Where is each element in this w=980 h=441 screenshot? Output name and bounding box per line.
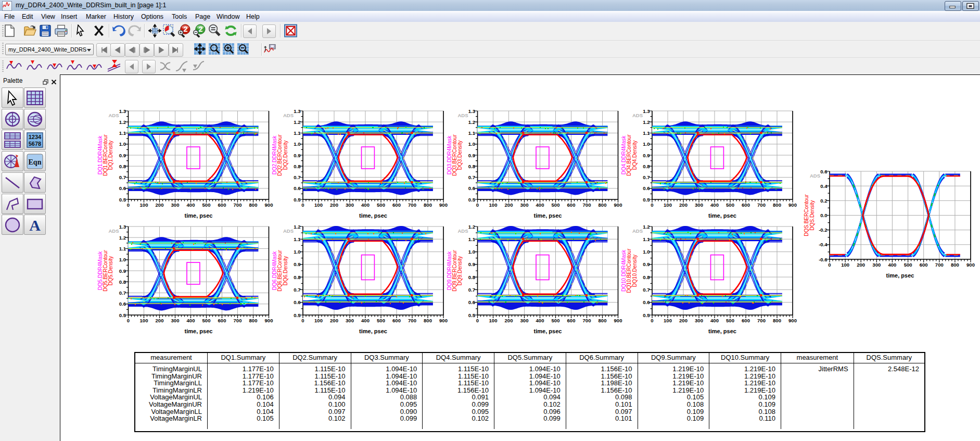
svg-text:900: 900 bbox=[265, 202, 273, 208]
svg-text:700: 700 bbox=[935, 262, 944, 268]
svg-text:ADS: ADS bbox=[109, 112, 119, 118]
svg-text:DQ1.Density: DQ1.Density bbox=[108, 141, 113, 170]
svg-text:500: 500 bbox=[377, 202, 385, 208]
svg-text:0: 0 bbox=[127, 202, 130, 208]
svg-text:100: 100 bbox=[314, 202, 323, 208]
svg-text:300: 300 bbox=[520, 202, 529, 208]
svg-text:300: 300 bbox=[695, 202, 703, 208]
svg-text:0.6: 0.6 bbox=[468, 185, 475, 191]
svg-text:-0.4: -0.4 bbox=[819, 242, 828, 247]
svg-text:0.5: 0.5 bbox=[643, 197, 650, 203]
svg-text:600: 600 bbox=[742, 318, 750, 323]
svg-text:500: 500 bbox=[726, 318, 734, 323]
svg-text:0.8: 0.8 bbox=[643, 163, 650, 169]
svg-text:ADS: ADS bbox=[632, 228, 643, 234]
svg-text:0.9: 0.9 bbox=[643, 153, 650, 158]
svg-text:800: 800 bbox=[599, 202, 607, 208]
svg-text:1.0: 1.0 bbox=[643, 249, 650, 255]
svg-text:1.1: 1.1 bbox=[294, 130, 301, 136]
svg-text:0.0: 0.0 bbox=[820, 212, 827, 218]
svg-text:0.6: 0.6 bbox=[119, 301, 126, 307]
svg-text:400: 400 bbox=[187, 318, 195, 323]
svg-text:1.0: 1.0 bbox=[468, 141, 475, 147]
svg-text:0.6: 0.6 bbox=[294, 299, 300, 305]
svg-text:0.8: 0.8 bbox=[643, 274, 650, 280]
svg-text:1.1: 1.1 bbox=[294, 236, 301, 242]
svg-text:800: 800 bbox=[249, 202, 258, 208]
svg-text:0.4: 0.4 bbox=[820, 183, 828, 189]
svg-text:1.1: 1.1 bbox=[643, 130, 650, 136]
svg-text:600: 600 bbox=[567, 202, 576, 208]
svg-text:1.0: 1.0 bbox=[468, 249, 475, 255]
svg-text:400: 400 bbox=[187, 202, 195, 208]
svg-text:0: 0 bbox=[651, 318, 653, 323]
svg-text:100: 100 bbox=[489, 318, 498, 323]
svg-text:0.7: 0.7 bbox=[468, 174, 475, 180]
svg-text:0.8: 0.8 bbox=[119, 163, 126, 169]
svg-text:ADS: ADS bbox=[810, 173, 820, 179]
svg-text:DQ4.Density: DQ4.Density bbox=[632, 141, 638, 170]
svg-text:600: 600 bbox=[742, 202, 750, 208]
svg-text:500: 500 bbox=[552, 318, 560, 323]
svg-text:1.0: 1.0 bbox=[119, 257, 126, 262]
svg-text:1.1: 1.1 bbox=[119, 246, 126, 251]
svg-text:0.5: 0.5 bbox=[294, 197, 301, 203]
svg-text:time, psec: time, psec bbox=[534, 328, 562, 334]
svg-text:700: 700 bbox=[757, 318, 766, 323]
svg-text:300: 300 bbox=[520, 318, 529, 323]
svg-text:DQ9.Density: DQ9.Density bbox=[457, 256, 463, 286]
svg-text:500: 500 bbox=[377, 318, 385, 323]
svg-text:1.2: 1.2 bbox=[643, 224, 650, 230]
svg-text:0.7: 0.7 bbox=[643, 287, 650, 293]
svg-text:700: 700 bbox=[583, 318, 591, 323]
svg-text:0.7: 0.7 bbox=[119, 290, 126, 296]
svg-text:400: 400 bbox=[361, 202, 370, 208]
svg-text:1.3: 1.3 bbox=[294, 108, 300, 114]
svg-text:0.9: 0.9 bbox=[294, 261, 300, 267]
svg-text:100: 100 bbox=[314, 318, 323, 323]
svg-text:DQ6.Density: DQ6.Density bbox=[283, 256, 288, 286]
svg-text:100: 100 bbox=[664, 202, 672, 208]
svg-text:600: 600 bbox=[218, 318, 226, 323]
svg-text:time, psec: time, psec bbox=[886, 272, 914, 279]
svg-text:200: 200 bbox=[156, 202, 164, 208]
svg-text:400: 400 bbox=[888, 262, 896, 268]
svg-text:0.9: 0.9 bbox=[119, 268, 126, 274]
svg-text:600: 600 bbox=[392, 202, 401, 208]
svg-text:700: 700 bbox=[234, 202, 242, 208]
svg-text:1.3: 1.3 bbox=[119, 108, 126, 114]
svg-text:0.8: 0.8 bbox=[294, 274, 300, 280]
svg-text:300: 300 bbox=[171, 318, 180, 323]
svg-text:0.9: 0.9 bbox=[119, 153, 126, 158]
svg-text:DQS.Density: DQS.Density bbox=[809, 200, 815, 231]
svg-text:0.6: 0.6 bbox=[820, 169, 827, 174]
svg-text:100: 100 bbox=[841, 262, 849, 268]
svg-text:1.3: 1.3 bbox=[468, 108, 475, 114]
svg-text:0.6: 0.6 bbox=[294, 185, 300, 191]
svg-text:0.7: 0.7 bbox=[468, 287, 475, 293]
svg-text:DQ5.Density: DQ5.Density bbox=[108, 256, 113, 286]
svg-text:900: 900 bbox=[439, 202, 448, 208]
svg-text:time, psec: time, psec bbox=[359, 328, 387, 334]
svg-text:0.9: 0.9 bbox=[468, 261, 475, 267]
svg-text:0.7: 0.7 bbox=[294, 287, 300, 293]
svg-text:0.5: 0.5 bbox=[643, 312, 650, 318]
svg-text:100: 100 bbox=[140, 318, 148, 323]
svg-text:time, psec: time, psec bbox=[534, 212, 562, 219]
svg-text:800: 800 bbox=[773, 202, 781, 208]
svg-text:DQ3.Density: DQ3.Density bbox=[457, 141, 463, 170]
svg-text:-0.6: -0.6 bbox=[819, 257, 827, 262]
svg-text:800: 800 bbox=[951, 262, 959, 268]
svg-text:1.1: 1.1 bbox=[468, 236, 476, 242]
svg-text:0.6: 0.6 bbox=[119, 185, 126, 191]
svg-text:0.8: 0.8 bbox=[468, 274, 475, 280]
svg-text:0.8: 0.8 bbox=[294, 163, 300, 169]
svg-text:900: 900 bbox=[788, 202, 797, 208]
svg-text:1.0: 1.0 bbox=[294, 141, 300, 147]
svg-text:0.8: 0.8 bbox=[119, 279, 126, 285]
svg-text:200: 200 bbox=[679, 202, 688, 208]
svg-text:500: 500 bbox=[904, 262, 912, 268]
svg-text:0: 0 bbox=[476, 318, 479, 323]
svg-text:900: 900 bbox=[614, 202, 622, 208]
svg-text:300: 300 bbox=[346, 318, 354, 323]
